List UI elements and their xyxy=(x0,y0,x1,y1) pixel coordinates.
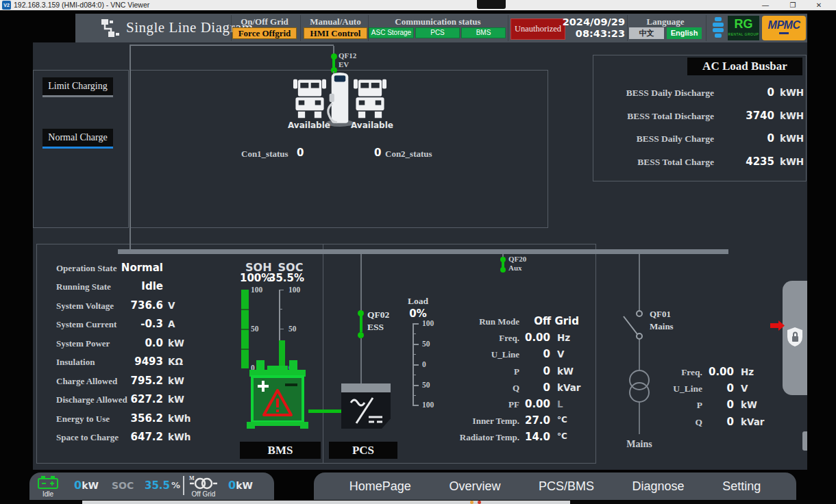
battery-state: Idle xyxy=(35,490,61,498)
mpmc-logo: MPMC xyxy=(762,16,806,40)
stat-row: System Power0.0kW xyxy=(55,337,206,351)
ev-feeder-wire xyxy=(130,45,334,46)
ac-load-busbar-title: AC Load Busbar xyxy=(687,58,802,75)
hmi-header: Single Line Diagram On/Off Grid Force Of… xyxy=(75,14,807,42)
stat-row: Inner Temp.27.0°C xyxy=(439,414,596,428)
stat-row: System Current-0.3A xyxy=(55,318,206,331)
taskbar-icon xyxy=(470,501,474,504)
stat-row: U_Line0V xyxy=(637,382,761,396)
bms-pcs-wire xyxy=(308,410,341,413)
comm-badge-bms: BMS xyxy=(461,27,506,38)
soc-bar-value: 35.5 xyxy=(145,479,170,492)
taskbar-icon xyxy=(478,501,481,504)
side-drawer[interactable] xyxy=(783,281,807,395)
soc-gauge xyxy=(279,290,285,368)
manual-auto-label: Manual/Auto xyxy=(304,16,367,27)
truck-icon xyxy=(292,78,328,119)
header-divider xyxy=(231,15,232,41)
soh-gauge xyxy=(241,290,249,368)
limit-charging-button[interactable]: Limit Charging xyxy=(42,77,113,95)
normal-charge-button[interactable]: Normal Charge xyxy=(42,129,113,147)
bms-stats: Operation StateNormal Running StateIdle … xyxy=(55,262,206,453)
stat-row: Q0kVar xyxy=(439,381,596,395)
nav-pcs-bms[interactable]: PCS/BMS xyxy=(539,479,594,494)
stat-row: U_Line0V xyxy=(439,348,596,362)
stat-row: BESS Daily Discharge0kWH xyxy=(596,86,795,100)
truck-icon xyxy=(352,78,388,119)
nav-diagnose[interactable]: Diagnose xyxy=(632,479,685,494)
stat-row: BESS Total Charge4235kWH xyxy=(596,155,795,169)
stat-row: Q0kVar xyxy=(637,416,761,429)
stat-row: BESS Total Discharge3740kWH xyxy=(596,110,795,123)
stat-row: Charge Allowed795.2kW xyxy=(55,375,206,388)
header-divider xyxy=(508,15,508,41)
gun1-status: Available xyxy=(288,121,329,130)
stat-row: Insulation9493KΩ xyxy=(55,355,206,369)
load-gauge-value: 0% xyxy=(404,307,432,320)
pcs-inverter-icon[interactable] xyxy=(341,383,391,429)
soc-bar-label: SOC xyxy=(112,480,134,491)
communication-status-label: Communication status xyxy=(368,16,508,27)
pcs-device-label: PCS xyxy=(329,442,397,459)
taskbar-window xyxy=(82,501,570,504)
limit-charging-underline xyxy=(42,95,113,97)
qf20-name: QF20 xyxy=(508,255,526,263)
vnc-logo-icon: V2 xyxy=(2,1,11,10)
grid-mode: Off Grid xyxy=(187,490,220,498)
window-titlebar: V2 192.168.3.159 (HMI-d084:0) - VNC View… xyxy=(0,0,836,10)
on-off-grid-label: On/Off Grid xyxy=(232,16,297,27)
drawer-handle[interactable] xyxy=(802,431,807,451)
bms-device-label: BMS xyxy=(240,442,321,459)
qf20-sub: Aux xyxy=(508,264,522,272)
soh-value: 100% xyxy=(240,272,270,284)
stat-row: PF0.00L xyxy=(439,398,596,412)
qf01-sub: Mains xyxy=(650,321,674,332)
qf02-sub: ESS xyxy=(367,322,384,333)
close-button[interactable]: ✕ xyxy=(810,0,828,10)
qf12-sub: EV xyxy=(339,60,349,68)
pcs-drop-wire xyxy=(360,254,362,311)
comm-badge-asc-storage: ASC Storage xyxy=(369,27,414,38)
authorization-badge[interactable]: Unauthorized xyxy=(511,18,565,40)
shield-icon[interactable] xyxy=(786,327,804,347)
stat-row: Discharge Allowed627.2kW xyxy=(55,393,206,407)
nav-homepage[interactable]: HomePage xyxy=(349,479,411,494)
soc-bar-unit: % xyxy=(171,480,180,490)
stat-row: P0kW xyxy=(637,399,761,412)
nav-overview[interactable]: Overview xyxy=(449,479,500,494)
ev-charger-icon xyxy=(324,71,356,127)
qf01-name: QF01 xyxy=(650,309,671,320)
nav-bar: HomePage Overview PCS/BMS Diagnose Setti… xyxy=(314,473,796,501)
stat-row: Freq.0.00Hz xyxy=(637,366,761,379)
stat-row: Operation StateNormal xyxy=(55,262,206,275)
nav-setting[interactable]: Setting xyxy=(722,479,761,494)
qf02-name: QF02 xyxy=(367,310,389,320)
main-canvas: Limit Charging Normal Charge QF12 EV xyxy=(33,42,807,470)
force-offgrid-button[interactable]: Force Offgrid xyxy=(232,27,297,39)
minimize-button[interactable]: — xyxy=(757,0,774,10)
bms-battery-icon[interactable] xyxy=(245,359,314,433)
con2-value: 0 xyxy=(374,147,381,159)
maximize-button[interactable]: ❐ xyxy=(784,0,802,10)
ac-busbar xyxy=(118,249,728,254)
status-bar: Idle 0kW SOC 35.5 % M Off Grid 0kW xyxy=(29,473,274,501)
soc-value: 35.5% xyxy=(269,272,302,284)
hmi-screen: Single Line Diagram On/Off Grid Force Of… xyxy=(0,10,836,504)
language-chinese-button[interactable]: 中文 xyxy=(629,27,664,39)
stat-row: Freq.0.00Hz xyxy=(439,331,596,345)
busbar-riser-wire xyxy=(130,45,131,249)
grid-power: 0kW xyxy=(228,479,253,492)
time-display: 08:43:23 xyxy=(562,28,625,39)
header-divider xyxy=(300,15,301,41)
stat-row: Radiator Temp.14.0°C xyxy=(439,431,596,444)
language-label: Language xyxy=(629,16,702,27)
normal-charge-underline xyxy=(42,147,113,149)
load-gauge-label: Load xyxy=(404,296,432,307)
language-english-button[interactable]: English xyxy=(667,27,702,39)
header-divider xyxy=(706,15,706,41)
vnc-toolbar-tab[interactable] xyxy=(477,0,506,9)
stat-row: P0kW xyxy=(439,365,596,379)
svg-text:M: M xyxy=(189,475,195,481)
stat-row: Space to Charge647.2kWh xyxy=(55,431,206,444)
hmi-control-button[interactable]: HMI Control xyxy=(304,27,367,39)
